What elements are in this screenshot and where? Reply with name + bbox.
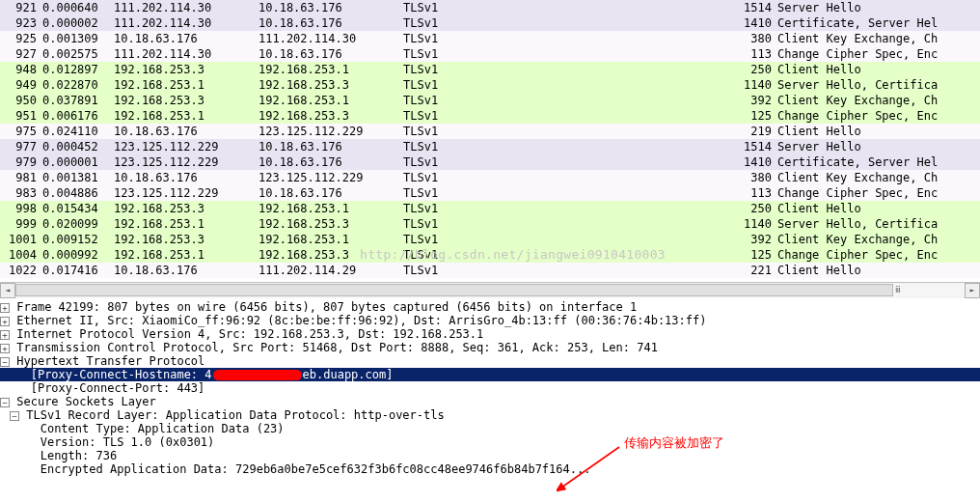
col-source: 192.168.253.3 <box>108 232 253 247</box>
col-source: 192.168.253.3 <box>108 62 253 77</box>
expand-icon[interactable]: + <box>0 344 10 353</box>
expand-icon[interactable]: + <box>0 303 10 313</box>
length-node[interactable]: Length: 736 <box>0 449 980 462</box>
ethernet-node[interactable]: + Ethernet II, Src: XiaomiCo_ff:96:92 (8… <box>0 314 980 327</box>
col-source: 10.18.63.176 <box>108 124 253 139</box>
expand-icon[interactable]: + <box>0 317 10 326</box>
scroll-track[interactable]: ⅲ <box>15 283 965 298</box>
col-protocol: TLSv1 <box>397 247 735 263</box>
col-source: 123.125.112.229 <box>108 185 253 201</box>
encdata-text: Encrypted Application Data: 729eb6a0be7e… <box>41 462 591 476</box>
col-source: 192.168.253.3 <box>108 93 253 108</box>
col-info: Certificate, Server Hel <box>774 15 980 31</box>
col-source: 192.168.253.1 <box>108 77 253 93</box>
col-no: 983 <box>0 185 39 201</box>
col-info: Server Hello, Certifica <box>774 77 980 93</box>
horizontal-scrollbar[interactable]: ◄ ⅲ ► <box>0 282 980 297</box>
col-info: Client Hello <box>774 263 980 278</box>
packet-row[interactable]: 9230.000002111.202.114.3010.18.63.176TLS… <box>0 15 980 31</box>
col-protocol: TLSv1 <box>397 31 735 46</box>
scroll-right-arrow[interactable]: ► <box>965 283 980 298</box>
packet-row[interactable]: 10220.01741610.18.63.176111.202.114.29TL… <box>0 263 980 278</box>
col-info: Change Cipher Spec, Enc <box>774 185 980 201</box>
col-source: 192.168.253.3 <box>108 201 253 216</box>
col-protocol: TLSv1 <box>397 263 735 278</box>
col-info: Client Key Exchange, Ch <box>774 93 980 108</box>
col-destination: 10.18.63.176 <box>253 15 397 31</box>
col-destination: 192.168.253.3 <box>253 77 397 93</box>
proxy-host-suf: eb.duapp.com] <box>303 368 394 381</box>
col-no: 951 <box>0 108 39 124</box>
expand-icon[interactable]: + <box>0 330 10 340</box>
packet-row[interactable]: 9990.020099192.168.253.1192.168.253.3TLS… <box>0 216 980 232</box>
col-destination: 192.168.253.1 <box>253 232 397 247</box>
scroll-left-arrow[interactable]: ◄ <box>0 283 15 298</box>
col-time: 0.009152 <box>39 232 108 247</box>
ip-node[interactable]: + Internet Protocol Version 4, Src: 192.… <box>0 327 980 341</box>
col-time: 0.006176 <box>39 108 108 124</box>
frame-node[interactable]: + Frame 42199: 807 bytes on wire (6456 b… <box>0 300 980 314</box>
col-source: 111.202.114.30 <box>108 0 253 15</box>
col-destination: 192.168.253.3 <box>253 108 397 124</box>
col-time: 0.022870 <box>39 77 108 93</box>
packet-row[interactable]: 9750.02411010.18.63.176123.125.112.229TL… <box>0 124 980 139</box>
col-info: Client Key Exchange, Ch <box>774 31 980 46</box>
tcp-node[interactable]: + Transmission Control Protocol, Src Por… <box>0 341 980 354</box>
packet-detail-pane[interactable]: + Frame 42199: 807 bytes on wire (6456 b… <box>0 297 980 476</box>
col-protocol: TLSv1 <box>397 154 735 170</box>
col-destination: 123.125.112.229 <box>253 124 397 139</box>
collapse-icon[interactable]: − <box>0 357 10 367</box>
packet-row[interactable]: 10010.009152192.168.253.3192.168.253.1TL… <box>0 232 980 247</box>
packet-row[interactable]: 9480.012897192.168.253.3192.168.253.1TLS… <box>0 62 980 77</box>
collapse-icon[interactable]: − <box>0 398 10 407</box>
scroll-thumb[interactable] <box>15 284 893 296</box>
packet-row[interactable]: 9510.006176192.168.253.1192.168.253.3TLS… <box>0 108 980 124</box>
col-source: 10.18.63.176 <box>108 263 253 278</box>
col-destination: 10.18.63.176 <box>253 154 397 170</box>
packet-row[interactable]: 9810.00138110.18.63.176123.125.112.229TL… <box>0 170 980 185</box>
col-destination: 10.18.63.176 <box>253 185 397 201</box>
proxy-hostname-node[interactable]: [Proxy-Connect-Hostname: 4eb.duapp.com] <box>0 368 980 381</box>
packet-row[interactable]: 9270.002575111.202.114.3010.18.63.176TLS… <box>0 46 980 62</box>
col-time: 0.002575 <box>39 46 108 62</box>
col-source: 192.168.253.1 <box>108 216 253 232</box>
version-node[interactable]: Version: TLS 1.0 (0x0301) <box>0 435 980 449</box>
col-no: 977 <box>0 139 39 154</box>
http-node[interactable]: − Hypertext Transfer Protocol <box>0 354 980 368</box>
packet-row[interactable]: 10040.000992192.168.253.1192.168.253.3TL… <box>0 247 980 263</box>
col-length: 392 <box>735 232 774 247</box>
collapse-icon[interactable]: − <box>10 411 19 421</box>
col-length: 380 <box>735 170 774 185</box>
enc-data-node[interactable]: Encrypted Application Data: 729eb6a0be7e… <box>0 462 980 476</box>
proxy-port-node[interactable]: [Proxy-Connect-Port: 443] <box>0 381 980 395</box>
content-type-node[interactable]: Content Type: Application Data (23) <box>0 422 980 435</box>
length-text: Length: 736 <box>41 449 117 462</box>
col-no: 927 <box>0 46 39 62</box>
packet-row[interactable]: 9790.000001123.125.112.22910.18.63.176TL… <box>0 154 980 170</box>
version-text: Version: TLS 1.0 (0x0301) <box>41 435 215 449</box>
col-protocol: TLSv1 <box>397 201 735 216</box>
packet-row[interactable]: 9830.004886123.125.112.22910.18.63.176TL… <box>0 185 980 201</box>
packet-list-pane[interactable]: http://blog.csdn.net/jiangwei0910410003 … <box>0 0 980 282</box>
tls-record-node[interactable]: − TLSv1 Record Layer: Application Data P… <box>0 408 980 422</box>
packet-row[interactable]: 9500.037891192.168.253.3192.168.253.1TLS… <box>0 93 980 108</box>
col-destination: 192.168.253.1 <box>253 62 397 77</box>
col-destination: 192.168.253.1 <box>253 93 397 108</box>
annotation-text: 传输内容被加密了 <box>624 434 724 452</box>
packet-row[interactable]: 9250.00130910.18.63.176111.202.114.30TLS… <box>0 31 980 46</box>
packet-row[interactable]: 9980.015434192.168.253.3192.168.253.1TLS… <box>0 201 980 216</box>
col-protocol: TLSv1 <box>397 216 735 232</box>
col-time: 0.012897 <box>39 62 108 77</box>
packet-row[interactable]: 9490.022870192.168.253.1192.168.253.3TLS… <box>0 77 980 93</box>
packet-row[interactable]: 9770.000452123.125.112.22910.18.63.176TL… <box>0 139 980 154</box>
col-protocol: TLSv1 <box>397 0 735 15</box>
ssl-text: Secure Sockets Layer <box>16 395 156 408</box>
col-source: 192.168.253.1 <box>108 108 253 124</box>
col-protocol: TLSv1 <box>397 93 735 108</box>
ssl-node[interactable]: − Secure Sockets Layer <box>0 395 980 408</box>
packet-row[interactable]: 9210.000640111.202.114.3010.18.63.176TLS… <box>0 0 980 15</box>
col-info: Change Cipher Spec, Enc <box>774 46 980 62</box>
http-text: Hypertext Transfer Protocol <box>16 354 204 368</box>
col-protocol: TLSv1 <box>397 124 735 139</box>
col-length: 1410 <box>735 15 774 31</box>
